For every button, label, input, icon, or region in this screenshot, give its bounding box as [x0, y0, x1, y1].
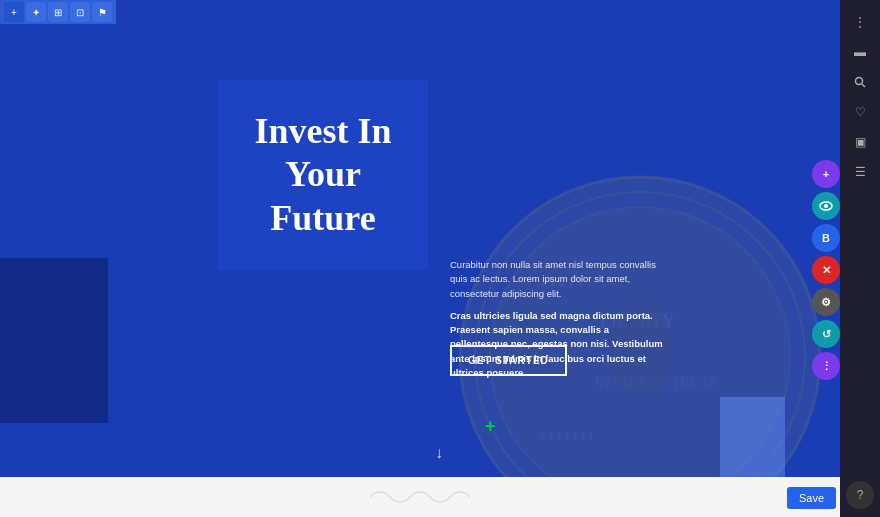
- svg-point-11: [856, 78, 863, 85]
- svg-text:★ ★ ★ ★ ★ ★ ★: ★ ★ ★ ★ ★ ★ ★: [540, 431, 594, 438]
- hero-title-line2: Your: [285, 154, 361, 194]
- bottom-bar: [0, 477, 840, 517]
- panel-add-button[interactable]: +: [812, 160, 840, 188]
- sidebar-more-btn[interactable]: ⋮: [844, 8, 876, 36]
- scroll-down-arrow[interactable]: ↓: [435, 444, 443, 462]
- light-overlay-block: [720, 397, 785, 482]
- sidebar-heart-btn[interactable]: ♡: [844, 98, 876, 126]
- toolbar-add-btn[interactable]: +: [4, 2, 24, 22]
- panel-settings-button[interactable]: ⚙: [812, 288, 840, 316]
- panel-close-button[interactable]: ✕: [812, 256, 840, 284]
- sidebar-help-btn[interactable]: ?: [846, 481, 874, 509]
- green-plus-icon: +: [485, 416, 496, 437]
- hero-title: Invest In Your Future: [254, 110, 391, 240]
- toolbar-sparkle-btn[interactable]: ✦: [26, 2, 46, 22]
- sidebar-search-btn[interactable]: [844, 68, 876, 96]
- svg-point-10: [824, 204, 828, 208]
- svg-line-12: [862, 84, 865, 87]
- dark-overlay-block: [0, 258, 108, 423]
- hero-title-line3: Future: [270, 198, 375, 238]
- panel-bold-button[interactable]: B: [812, 224, 840, 252]
- bottom-wave-icon: [370, 487, 470, 507]
- top-toolbar: + ✦ ⊞ ⊡ ⚑: [0, 0, 116, 24]
- panel-view-button[interactable]: [812, 192, 840, 220]
- sidebar-menu-btn[interactable]: ☰: [844, 158, 876, 186]
- sidebar-square-btn[interactable]: ▣: [844, 128, 876, 156]
- panel-refresh-button[interactable]: ↺: [812, 320, 840, 348]
- panel-more-button[interactable]: ⋮: [812, 352, 840, 380]
- toolbar-grid-btn[interactable]: ⊞: [48, 2, 68, 22]
- get-started-button[interactable]: GET STARTED: [450, 345, 567, 376]
- toolbar-flag-btn[interactable]: ⚑: [92, 2, 112, 22]
- toolbar-box-btn[interactable]: ⊡: [70, 2, 90, 22]
- help-icon-label: ?: [857, 488, 864, 502]
- right-panel: + B ✕ ⚙ ↺ ⋮: [812, 160, 840, 380]
- save-button[interactable]: Save: [787, 487, 836, 509]
- right-sidebar: ⋮ ▬ ♡ ▣ ☰ ?: [840, 0, 880, 517]
- sidebar-minus-btn[interactable]: ▬: [844, 38, 876, 66]
- hero-title-line1: Invest In: [254, 111, 391, 151]
- canvas: LIBERTY IN GOD WE TRUST ★ ★ ★ ★ ★ ★ ★ ★ …: [0, 0, 840, 517]
- hero-block: Invest In Your Future: [218, 80, 428, 270]
- hero-paragraph1: Curabitur non nulla sit amet nisl tempus…: [450, 258, 665, 301]
